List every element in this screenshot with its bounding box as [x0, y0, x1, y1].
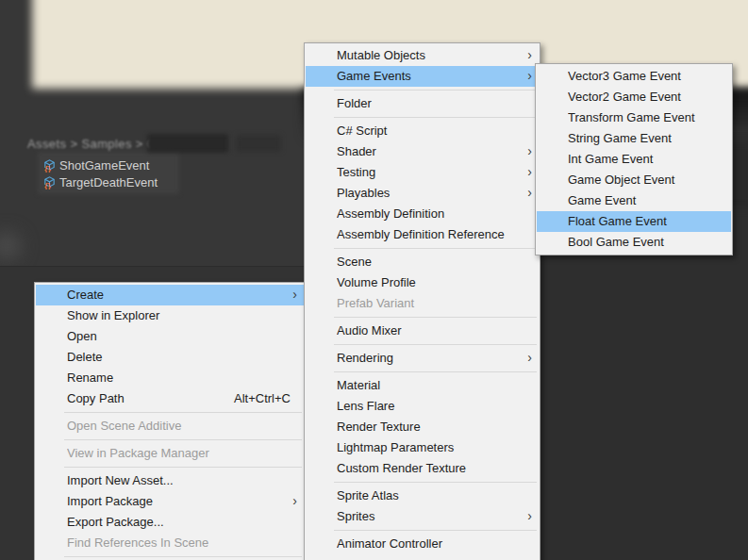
menu-item-label: Shader — [337, 141, 525, 162]
menu-item-label: Sprites — [337, 506, 525, 527]
menu-item-c#-script[interactable]: C# Script — [306, 121, 539, 141]
menu-item-export-package[interactable]: Export Package... — [36, 512, 304, 533]
menu-item-import-package[interactable]: Import Package› — [36, 491, 304, 512]
menu-item-import-new-asset[interactable]: Import New Asset... — [36, 470, 304, 491]
submenu-arrow-icon: › — [527, 348, 532, 369]
menu-item-label: Lightmap Parameters — [337, 437, 525, 458]
menu-separator — [334, 530, 537, 531]
menu-item-bool-game-event[interactable]: Bool Game Event — [537, 232, 731, 253]
menu-item-label: Scene — [337, 252, 525, 272]
menu-item-label: Open — [67, 326, 291, 347]
submenu-arrow-icon: › — [527, 141, 532, 162]
menu-separator — [334, 90, 537, 91]
menu-item-label: View in Package Manager — [67, 443, 291, 464]
menu-item-open[interactable]: Open — [36, 326, 304, 347]
menu-item-game-events[interactable]: Game Events› — [306, 66, 539, 87]
menu-item-label: Delete — [67, 347, 291, 368]
asset-row-targetdeathevent[interactable]: {} TargetDeathEvent — [42, 173, 158, 190]
menu-item-view-in-package-manager: View in Package Manager — [36, 443, 304, 464]
menu-item-testing[interactable]: Testing› — [306, 162, 539, 183]
menu-item-label: Game Event — [568, 190, 718, 211]
menu-item-volume-profile[interactable]: Volume Profile — [306, 272, 539, 293]
menu-item-animator-controller[interactable]: Animator Controller — [306, 534, 539, 554]
menu-item-vector3-game-event[interactable]: Vector3 Game Event — [537, 66, 731, 87]
menu-item-int-game-event[interactable]: Int Game Event — [537, 149, 731, 170]
menu-item-label: Sprite Atlas — [337, 486, 525, 506]
menu-item-label: Assembly Definition Reference — [337, 224, 525, 245]
menu-item-audio-mixer[interactable]: Audio Mixer — [306, 321, 539, 341]
menu-item-shader[interactable]: Shader› — [306, 141, 539, 162]
menu-item-label: Transform Game Event — [568, 107, 718, 128]
menu-item-label: Lens Flare — [337, 396, 525, 417]
menu-item-label: Copy Path — [67, 388, 217, 409]
menu-item-sprites[interactable]: Sprites› — [306, 506, 539, 527]
menu-item-label: Vector2 Game Event — [568, 87, 718, 107]
menu-item-delete[interactable]: Delete — [36, 347, 304, 368]
menu-item-label: Import Package — [67, 491, 291, 512]
menu-item-assembly-definition-reference[interactable]: Assembly Definition Reference — [306, 224, 539, 245]
menu-item-folder[interactable]: Folder — [306, 93, 539, 114]
submenu-arrow-icon: › — [527, 162, 532, 183]
menu-item-label: Volume Profile — [337, 272, 525, 293]
menu-item-label: Rendering — [337, 348, 525, 369]
menu-item-transform-game-event[interactable]: Transform Game Event — [537, 107, 731, 128]
context-menu: Create›Show in ExplorerOpenDeleteRenameC… — [34, 282, 306, 560]
svg-text:{}: {} — [44, 181, 51, 189]
menu-item-create[interactable]: Create› — [36, 285, 304, 305]
menu-item-rename[interactable]: Rename — [36, 368, 304, 388]
menu-item-label: Prefab Variant — [337, 293, 525, 314]
menu-item-label: Rename — [67, 368, 291, 388]
menu-item-string-game-event[interactable]: String Game Event — [537, 128, 731, 149]
menu-item-prefab-variant: Prefab Variant — [306, 293, 539, 314]
menu-item-material[interactable]: Material — [306, 375, 539, 396]
menu-separator — [64, 412, 302, 413]
menu-item-vector2-game-event[interactable]: Vector2 Game Event — [537, 87, 731, 107]
menu-item-label: Assembly Definition — [337, 204, 525, 224]
submenu-arrow-icon: › — [527, 66, 532, 87]
menu-item-label: Export Package... — [67, 512, 291, 533]
menu-item-render-texture[interactable]: Render Texture — [306, 417, 539, 437]
menu-item-show-in-explorer[interactable]: Show in Explorer — [36, 305, 304, 326]
submenu-arrow-icon: › — [527, 506, 532, 527]
menu-item-label: C# Script — [337, 121, 525, 141]
asset-row-shotgameevent[interactable]: {} ShotGameEvent — [42, 156, 149, 173]
menu-item-label: Game Events — [337, 66, 525, 87]
menu-item-label: Mutable Objects — [337, 45, 525, 66]
menu-item-label: Import New Asset... — [67, 470, 291, 491]
menu-item-assembly-definition[interactable]: Assembly Definition — [306, 204, 539, 224]
menu-item-game-object-event[interactable]: Game Object Event — [537, 170, 731, 190]
menu-separator — [64, 556, 302, 557]
create-submenu: Mutable Objects›Game Events›FolderC# Scr… — [304, 42, 540, 560]
menu-item-label: Game Object Event — [568, 170, 718, 190]
menu-item-game-event[interactable]: Game Event — [537, 190, 731, 211]
menu-item-lens-flare[interactable]: Lens Flare — [306, 396, 539, 417]
menu-item-custom-render-texture[interactable]: Custom Render Texture — [306, 458, 539, 479]
menu-item-label: Animator Controller — [337, 534, 525, 554]
menu-item-copy-path[interactable]: Copy PathAlt+Ctrl+C — [36, 388, 304, 409]
menu-item-label: Folder — [337, 93, 525, 114]
game-events-submenu: Vector3 Game EventVector2 Game EventTran… — [535, 63, 733, 255]
menu-item-label: Create — [67, 285, 291, 305]
menu-item-playables[interactable]: Playables› — [306, 183, 539, 204]
menu-item-label: Float Game Event — [568, 211, 718, 232]
menu-item-float-game-event[interactable]: Float Game Event — [537, 211, 731, 232]
menu-item-mutable-objects[interactable]: Mutable Objects› — [306, 45, 539, 66]
breadcrumb-selected-chip — [147, 134, 228, 153]
menu-item-rendering[interactable]: Rendering› — [306, 348, 539, 369]
menu-item-sprite-atlas[interactable]: Sprite Atlas — [306, 486, 539, 506]
menu-item-scene[interactable]: Scene — [306, 252, 539, 272]
menu-separator — [334, 371, 537, 372]
asset-label: ShotGameEvent — [59, 158, 149, 173]
menu-separator — [334, 482, 537, 483]
submenu-arrow-icon: › — [527, 183, 532, 204]
menu-item-label: Custom Render Texture — [337, 458, 525, 479]
menu-separator — [334, 344, 537, 345]
menu-item-label: Bool Game Event — [568, 232, 718, 253]
menu-separator — [334, 248, 537, 249]
menu-item-find-references-in-scene: Find References In Scene — [36, 533, 304, 553]
menu-item-label: Audio Mixer — [337, 321, 525, 341]
submenu-arrow-icon: › — [527, 45, 532, 66]
menu-item-label: Testing — [337, 162, 525, 183]
menu-item-label: Show in Explorer — [67, 305, 291, 326]
menu-item-lightmap-parameters[interactable]: Lightmap Parameters — [306, 437, 539, 458]
